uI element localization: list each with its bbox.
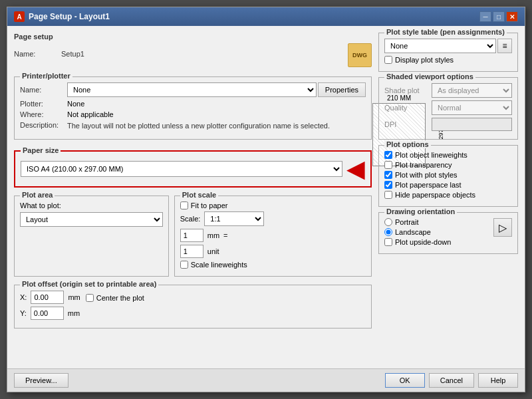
shaded-viewport-label: Shaded viewport options [384, 72, 475, 80]
cancel-button[interactable]: Cancel [429, 373, 474, 388]
shade-plot-label: Shade plot [384, 86, 428, 94]
y-input[interactable] [31, 307, 64, 320]
ok-button[interactable]: OK [385, 373, 425, 388]
name-value: Setup1 [61, 50, 84, 58]
dialog-content: Page setup Name: Setup1 DWG Printer/plot… [7, 26, 525, 368]
shade-plot-select[interactable]: As displayed [432, 83, 512, 98]
hide-paperspace-label: Hide paperspace objects [395, 191, 475, 199]
plot-style-select[interactable]: None [384, 39, 496, 53]
portrait-row: Portrait [384, 218, 451, 226]
landscape-row: Landscape [384, 228, 451, 236]
x-input[interactable] [31, 291, 64, 304]
what-to-plot-row: What to plot: [20, 201, 163, 209]
help-button[interactable]: Help [478, 373, 518, 388]
landscape-icon-btn[interactable]: ▷ [493, 218, 512, 237]
desc-label: Description: [20, 121, 63, 129]
what-to-plot-select[interactable]: Layout [20, 212, 163, 227]
fit-to-paper-checkbox[interactable] [180, 201, 188, 209]
app-icon: A [14, 11, 25, 22]
plot-paperspace-label: Plot paperspace last [395, 181, 462, 189]
dialog-window: A Page Setup - Layout1 ─ □ ✕ Page setup … [7, 7, 525, 392]
plot-options-group: Plot options Plot object lineweights Plo… [378, 145, 518, 207]
name-field-row: Name: Setup1 [14, 50, 84, 58]
scale-units-row2: unit [180, 245, 366, 258]
plot-with-styles-checkbox[interactable] [384, 171, 392, 179]
where-row: Where: Not applicable [20, 110, 366, 118]
scale-lineweights-row: Scale lineweights [180, 261, 366, 269]
plot-transparency-row: Plot transparency [384, 161, 512, 169]
printer-plotter-group: Printer/plotter Name: None Properties Pl… [14, 76, 372, 140]
preview-button[interactable]: Preview... [14, 373, 68, 388]
plot-transparency-checkbox[interactable] [384, 161, 392, 169]
scale-equals: = [223, 231, 227, 239]
drawing-orientation-group: Drawing orientation Portrait Landscape [378, 212, 518, 254]
display-styles-row: Display plot styles [384, 56, 512, 64]
fit-to-paper-label: Fit to paper [191, 201, 228, 209]
page-setup-name-row: Name: Setup1 DWG [14, 43, 372, 67]
minimize-button[interactable]: ─ [479, 11, 491, 22]
maximize-button[interactable]: □ [493, 11, 505, 22]
plot-with-styles-label: Plot with plot styles [395, 171, 458, 179]
plot-paperspace-row: Plot paperspace last [384, 181, 512, 189]
plot-area-group: Plot area What to plot: Layout [14, 196, 169, 277]
where-label: Where: [20, 110, 63, 118]
printer-name-row: Name: None Properties [20, 82, 366, 97]
scale-label: Scale: [180, 215, 201, 223]
title-controls: ─ □ ✕ [479, 11, 518, 22]
y-label: Y: [20, 309, 27, 317]
plot-style-icon-btn[interactable]: ≡ [497, 39, 512, 53]
center-plot-label: Center the plot [96, 294, 144, 302]
properties-button[interactable]: Properties [318, 82, 366, 97]
scale-select[interactable]: 1:1 [204, 211, 264, 226]
scale-num2[interactable] [180, 245, 203, 258]
scale-num1[interactable] [180, 229, 203, 242]
y-unit: mm [68, 309, 80, 317]
upside-down-checkbox[interactable] [384, 238, 392, 246]
dpi-input[interactable] [432, 118, 512, 131]
dwg-icon: DWG [348, 43, 372, 67]
y-row: Y: mm [20, 307, 366, 320]
left-panel: Page setup Name: Setup1 DWG Printer/plot… [14, 33, 372, 362]
printer-select-row: None Properties [67, 82, 366, 97]
paper-size-group: Paper size ISO A4 (210.00 x 297.00 MM) ◀ [14, 150, 372, 188]
what-to-plot-label: What to plot: [20, 201, 61, 209]
x-unit: mm [68, 293, 80, 301]
arrow-icon: ◀ [346, 157, 365, 181]
center-plot-checkbox[interactable] [86, 294, 94, 302]
fit-to-paper-row: Fit to paper [180, 201, 366, 209]
paper-size-select[interactable]: ISO A4 (210.00 x 297.00 MM) [21, 161, 342, 177]
quality-select[interactable]: Normal [432, 100, 512, 115]
close-button[interactable]: ✕ [506, 11, 518, 22]
scale-lineweights-label: Scale lineweights [191, 261, 247, 269]
printer-select[interactable]: None [67, 82, 317, 97]
display-styles-checkbox[interactable] [384, 56, 392, 64]
landscape-radio[interactable] [384, 228, 392, 236]
landscape-label: Landscape [395, 228, 431, 236]
plot-lineweights-label: Plot object lineweights [395, 151, 467, 159]
center-plot-row: Center the plot [86, 291, 144, 305]
hide-paperspace-checkbox[interactable] [384, 191, 392, 199]
plot-lineweights-checkbox[interactable] [384, 151, 392, 159]
title-bar: A Page Setup - Layout1 ─ □ ✕ [7, 7, 525, 26]
quality-row: Quality Normal [384, 100, 512, 115]
desc-row: Description: The layout will not be plot… [20, 121, 366, 131]
plot-style-select-row: None ≡ [384, 39, 512, 53]
plot-lineweights-row: Plot object lineweights [384, 151, 512, 159]
title-bar-left: A Page Setup - Layout1 [14, 11, 110, 22]
desc-value: The layout will not be plotted unless a … [67, 122, 330, 130]
drawing-orientation-label: Drawing orientation [384, 207, 457, 215]
plot-offset-inner: X: mm Center the plot [20, 291, 366, 307]
plot-style-label: Plot style table (pen assignments) [384, 28, 507, 36]
quality-label: Quality [384, 104, 428, 112]
where-value: Not applicable [67, 110, 114, 118]
plot-scale-group: Plot scale Fit to paper Scale: 1:1 mm [174, 196, 372, 277]
plot-paperspace-checkbox[interactable] [384, 181, 392, 189]
x-row: X: mm [20, 291, 80, 304]
plotter-value: None [67, 100, 84, 108]
portrait-radio[interactable] [384, 218, 392, 226]
dpi-row: DPI [384, 118, 512, 131]
bottom-bar: Preview... OK Cancel Help [7, 368, 525, 392]
dpi-label: DPI [384, 120, 428, 128]
scale-lineweights-checkbox[interactable] [180, 261, 188, 269]
plot-area-scale-row: Plot area What to plot: Layout Plot scal… [14, 196, 372, 277]
